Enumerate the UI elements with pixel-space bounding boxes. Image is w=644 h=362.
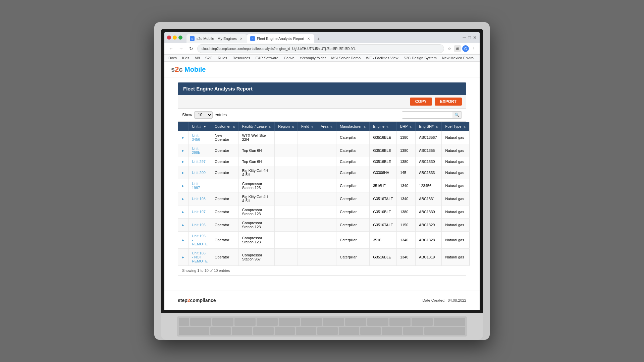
tab-label-2: Fleet Engine Analysis Report xyxy=(257,37,304,41)
col-header-bhp[interactable]: BHP ⇅ xyxy=(396,122,415,131)
col-header-unit[interactable]: Unit # ▼ xyxy=(188,122,211,131)
customer-cell: Operator xyxy=(211,219,238,232)
expand-icon[interactable]: ► xyxy=(181,255,185,259)
extensions-icon[interactable]: ⊞ xyxy=(454,45,461,52)
expand-cell[interactable]: ► xyxy=(178,157,189,166)
expand-cell[interactable]: ► xyxy=(178,179,189,192)
reload-button[interactable]: ↻ xyxy=(187,45,195,53)
engine-cell: G3516TALE xyxy=(370,192,397,205)
expand-icon[interactable]: ► xyxy=(181,238,185,242)
unit-link[interactable]: Unit 297 xyxy=(192,160,206,164)
expand-cell[interactable]: ► xyxy=(178,131,189,144)
bookmark-s2c-design[interactable]: S2C Design System xyxy=(402,55,438,61)
expand-cell[interactable]: ► xyxy=(178,219,189,232)
forward-button[interactable]: → xyxy=(177,45,185,53)
bookmark-star-icon[interactable]: ☆ xyxy=(446,45,453,52)
expand-cell[interactable]: ► xyxy=(178,249,189,266)
region-cell xyxy=(275,219,298,232)
unit-link[interactable]: Unit 195 - REMOTE xyxy=(192,234,208,246)
expand-cell[interactable]: ► xyxy=(178,232,189,249)
bookmark-s2c[interactable]: S2C xyxy=(204,55,214,61)
search-icon: 🔍 xyxy=(452,112,462,118)
expand-icon[interactable]: ► xyxy=(181,136,185,139)
restore-icon[interactable]: □ xyxy=(468,35,471,40)
col-header-region[interactable]: Region ⇅ xyxy=(275,122,298,131)
col-header-engine[interactable]: Engine ⇅ xyxy=(370,122,397,131)
customer-cell: Operator xyxy=(211,205,238,219)
expand-icon[interactable]: ► xyxy=(181,184,185,188)
table-row: ► Unit 198 Operator Big Kitty Cat 4H & 5… xyxy=(178,192,470,205)
expand-cell[interactable]: ► xyxy=(178,192,189,205)
engine-cell: G3306NA xyxy=(370,166,397,179)
expand-icon[interactable]: ► xyxy=(181,197,185,201)
expand-icon[interactable]: ► xyxy=(181,171,185,175)
unit-link[interactable]: Unit 196 xyxy=(192,223,206,227)
tab-close-1[interactable]: ✕ xyxy=(239,37,244,41)
copy-button[interactable]: COPY xyxy=(410,98,432,106)
expand-icon[interactable]: ► xyxy=(181,149,185,153)
facility-cell: Compressor Station 123 xyxy=(238,219,274,232)
col-header-customer[interactable]: Customer ⇅ xyxy=(211,122,238,131)
col-header-field[interactable]: Field ⇅ xyxy=(298,122,317,131)
col-header-expand xyxy=(178,122,189,131)
engsn-cell: 123456 xyxy=(416,179,442,192)
unit-link[interactable]: Unit 1997 xyxy=(192,182,200,190)
expand-icon[interactable]: ► xyxy=(181,223,185,227)
expand-icon[interactable]: ► xyxy=(181,160,185,164)
new-tab-button[interactable]: + xyxy=(314,35,322,43)
area-cell xyxy=(317,166,336,179)
unit-link[interactable]: Unit 3456 xyxy=(192,133,200,141)
bookmark-rules[interactable]: Rules xyxy=(216,55,228,61)
bookmark-canva[interactable]: Canva xyxy=(282,55,296,61)
unit-link[interactable]: Unit 298b xyxy=(192,146,200,155)
tab-my-engines[interactable]: S s2c Mobile - My Engines ✕ xyxy=(186,34,247,43)
address-bar[interactable]: cloud.step2compliance.com/reports/fleeta… xyxy=(197,44,444,53)
site-logo: s2c Mobile xyxy=(171,65,473,74)
facility-cell: Compressor Station 123 xyxy=(238,179,274,192)
minimize-icon[interactable]: ─ xyxy=(463,35,466,40)
col-header-fueltype[interactable]: Fuel Type ⇅ xyxy=(442,122,469,131)
bookmark-kids[interactable]: Kids xyxy=(181,55,191,61)
col-header-manufacturer[interactable]: Manufacturer ⇅ xyxy=(336,122,370,131)
close-icon[interactable]: ✕ xyxy=(473,35,477,40)
bookmark-wf[interactable]: WF - Facilities View xyxy=(365,55,399,61)
expand-cell[interactable]: ► xyxy=(178,166,189,179)
col-header-area[interactable]: Area ⇅ xyxy=(317,122,336,131)
bookmark-resources[interactable]: Resources xyxy=(231,55,252,61)
bookmark-ep-software[interactable]: E&P Software xyxy=(254,55,280,61)
tab-fleet-report[interactable]: F Fleet Engine Analysis Report ✕ xyxy=(247,34,314,43)
tab-close-2[interactable]: ✕ xyxy=(306,37,311,41)
window-maximize-button[interactable] xyxy=(178,36,182,40)
bhp-cell: 1340 xyxy=(396,232,415,249)
bookmark-m8[interactable]: M8 xyxy=(193,55,201,61)
profile-icon[interactable]: G xyxy=(462,45,469,52)
expand-cell[interactable]: ► xyxy=(178,144,189,157)
unit-link[interactable]: Unit 186 - NOT REMOTE xyxy=(192,251,208,263)
engsn-cell: ABC1331 xyxy=(416,192,442,205)
bookmark-e2comply[interactable]: e2comply folder xyxy=(299,55,327,61)
field-cell xyxy=(298,157,317,166)
fueltype-cell: Natural gas xyxy=(442,232,469,249)
expand-cell[interactable]: ► xyxy=(178,205,189,219)
bhp-cell: 1380 xyxy=(396,131,415,144)
unit-link[interactable]: Unit 200 xyxy=(192,171,206,175)
bookmark-docs[interactable]: Docs xyxy=(167,55,178,61)
manufacturer-cell: Caterpillar xyxy=(336,144,370,157)
bookmark-nm[interactable]: New Mexico Enviro... xyxy=(441,55,478,61)
bhp-cell: 1340 xyxy=(396,179,415,192)
col-header-facility[interactable]: Facility / Lease ⇅ xyxy=(238,122,274,131)
bookmark-msi[interactable]: MSI Server Demo xyxy=(330,55,362,61)
col-header-engsn[interactable]: Eng SN# ⇅ xyxy=(416,122,442,131)
unit-link[interactable]: Unit 197 xyxy=(192,210,206,214)
unit-link[interactable]: Unit 198 xyxy=(192,197,206,201)
back-button[interactable]: ← xyxy=(167,45,175,53)
unit-cell: Unit 200 xyxy=(188,166,211,179)
window-minimize-button[interactable] xyxy=(173,36,177,40)
entries-select[interactable]: 10 25 50 100 xyxy=(194,111,213,119)
table-row: ► Unit 196 Operator Compressor Station 1… xyxy=(178,219,470,232)
export-button[interactable]: EXPORT xyxy=(435,98,462,106)
search-input[interactable] xyxy=(402,112,452,118)
expand-icon[interactable]: ► xyxy=(181,210,185,214)
menu-icon[interactable]: ⋮ xyxy=(470,45,477,52)
window-close-button[interactable] xyxy=(167,36,171,40)
